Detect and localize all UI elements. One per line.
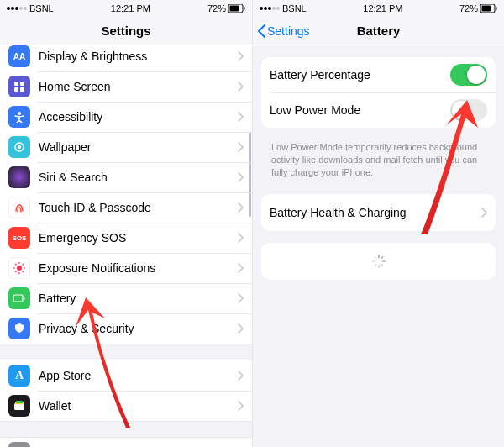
privacy-icon <box>8 318 30 339</box>
touchid-icon <box>8 197 30 218</box>
chevron-right-icon <box>238 233 244 243</box>
chevron-right-icon <box>238 323 244 334</box>
page-title: Battery <box>357 24 401 38</box>
chevron-right-icon <box>238 112 244 122</box>
low-power-note: Low Power Mode temporarily reduces backg… <box>253 136 504 182</box>
battery-icon <box>228 4 245 13</box>
chevron-right-icon <box>238 82 244 92</box>
chevron-right-icon <box>238 401 244 411</box>
wallet-icon <box>8 395 30 417</box>
svg-line-29 <box>381 256 382 258</box>
chevron-right-icon <box>238 263 244 273</box>
row-wallet[interactable]: Wallet <box>0 391 252 421</box>
svg-line-15 <box>15 264 17 266</box>
svg-rect-5 <box>14 87 18 92</box>
exposure-icon <box>8 257 30 279</box>
status-bar: BSNL 12:21 PM 72% <box>253 0 504 17</box>
battery-page: Battery Percentage Low Power Mode Low Po… <box>253 45 504 447</box>
row-privacy-security[interactable]: Privacy & Security <box>0 313 252 344</box>
row-emergency-sos[interactable]: SOS Emergency SOS <box>0 223 252 253</box>
svg-rect-3 <box>14 82 18 86</box>
siri-icon <box>8 166 30 188</box>
svg-rect-27 <box>496 7 497 10</box>
screenshot-left: BSNL 12:21 PM 72% Settings AA Display & … <box>0 0 252 447</box>
svg-rect-20 <box>24 297 25 300</box>
carrier-label: BSNL <box>282 3 307 13</box>
clock: 12:21 PM <box>111 3 150 13</box>
svg-rect-23 <box>16 401 23 403</box>
row-battery-percentage: Battery Percentage <box>261 57 496 92</box>
battery-row-icon <box>8 287 30 309</box>
page-title: Settings <box>101 24 150 38</box>
row-passwords[interactable]: Passwords <box>0 438 252 447</box>
svg-rect-6 <box>20 87 24 92</box>
svg-rect-21 <box>14 403 24 410</box>
loading-card <box>261 243 496 280</box>
home-screen-icon <box>8 76 30 97</box>
svg-rect-19 <box>13 295 23 302</box>
row-home-screen[interactable]: Home Screen <box>0 71 252 102</box>
signal-dots-icon <box>260 7 280 10</box>
chevron-right-icon <box>238 202 244 213</box>
carrier-label: BSNL <box>29 3 54 13</box>
chevron-right-icon <box>238 172 244 182</box>
chevron-right-icon <box>238 371 244 381</box>
svg-rect-2 <box>244 7 245 10</box>
chevron-right-icon <box>238 293 244 303</box>
svg-line-18 <box>23 264 24 266</box>
svg-line-16 <box>23 271 24 273</box>
svg-point-9 <box>18 145 21 149</box>
row-low-power-mode: Low Power Mode <box>261 92 496 128</box>
svg-line-31 <box>381 264 382 266</box>
wallpaper-icon <box>8 136 30 158</box>
low-power-mode-toggle[interactable] <box>450 99 487 121</box>
battery-percent: 72% <box>459 3 478 13</box>
spinner-icon <box>371 254 386 269</box>
chevron-right-icon <box>238 51 244 61</box>
row-display-brightness[interactable]: AA Display & Brightness <box>0 45 252 71</box>
display-icon: AA <box>8 45 30 67</box>
row-touchid-passcode[interactable]: Touch ID & Passcode <box>0 192 252 223</box>
svg-point-10 <box>17 266 22 271</box>
svg-line-17 <box>15 271 17 273</box>
svg-point-7 <box>18 112 21 115</box>
nav-bar: Settings Battery <box>253 17 504 45</box>
clock: 12:21 PM <box>363 3 402 13</box>
svg-rect-4 <box>20 82 24 86</box>
chevron-right-icon <box>481 208 487 218</box>
row-wallpaper[interactable]: Wallpaper <box>0 132 252 162</box>
back-label: Settings <box>267 24 310 38</box>
row-battery[interactable]: Battery <box>0 283 252 313</box>
settings-list[interactable]: AA Display & Brightness Home Screen Acce… <box>0 45 252 447</box>
app-store-icon: A <box>8 365 30 387</box>
signal-dots-icon <box>7 7 27 10</box>
row-app-store[interactable]: A App Store <box>0 360 252 391</box>
accessibility-icon <box>8 106 30 128</box>
svg-rect-1 <box>230 6 239 12</box>
sos-icon: SOS <box>8 227 30 249</box>
row-siri-search[interactable]: Siri & Search <box>0 162 252 192</box>
svg-rect-26 <box>482 6 491 12</box>
screenshot-right: BSNL 12:21 PM 72% Settings Battery Batte… <box>252 0 504 447</box>
chevron-left-icon <box>258 24 265 38</box>
passwords-icon <box>8 442 30 447</box>
chevron-right-icon <box>238 142 244 152</box>
row-accessibility[interactable]: Accessibility <box>0 102 252 132</box>
battery-percentage-toggle[interactable] <box>450 64 487 86</box>
battery-percent: 72% <box>207 3 226 13</box>
row-battery-health[interactable]: Battery Health & Charging <box>261 194 496 231</box>
battery-icon <box>480 4 497 13</box>
nav-bar: Settings <box>0 17 252 45</box>
svg-line-35 <box>375 256 376 258</box>
row-exposure-notifications[interactable]: Exposure Notifications <box>0 253 252 283</box>
svg-line-33 <box>375 264 376 266</box>
back-button[interactable]: Settings <box>258 24 310 38</box>
status-bar: BSNL 12:21 PM 72% <box>0 0 252 17</box>
